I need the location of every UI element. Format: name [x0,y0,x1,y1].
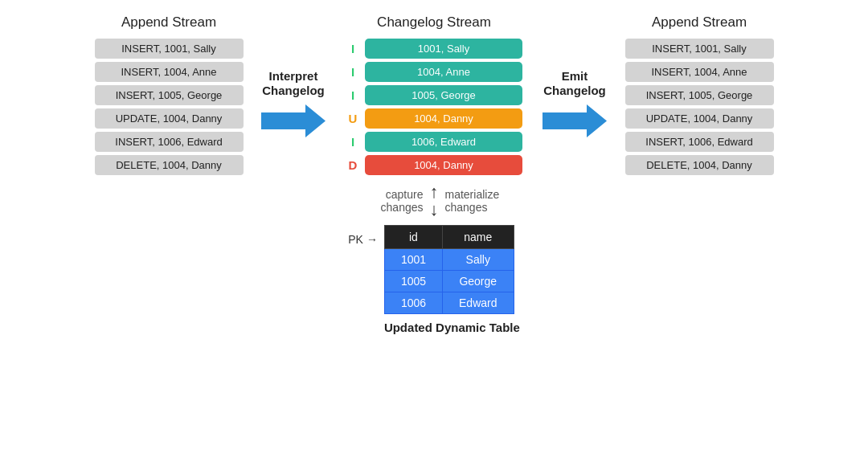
table-body: 1001Sally1005George1006Edward [384,249,514,314]
table-header-row: id name [384,226,514,249]
vertical-arrows-icon: ↑ ↓ [430,183,439,219]
left-stream-item: DELETE, 1004, Danny [95,155,244,175]
changelog-letter: I [346,88,360,102]
changelog-letter: D [346,158,360,172]
left-arrow-icon [261,103,326,139]
left-stream-item: INSERT, 1004, Anne [95,62,244,82]
right-stream-item: INSERT, 1004, Anne [625,62,774,82]
changelog-letter: I [346,135,360,149]
cell-name: George [443,271,514,292]
col-id: id [384,226,442,249]
left-arrow-section: InterpretChangelog [249,51,338,139]
changelog-pill-insert: 1006, Edward [365,132,522,152]
pk-arrow-icon: → [366,233,378,246]
cell-id: 1001 [384,249,442,271]
changelog-stream-title: Changelog Stream [377,14,491,31]
table-row: 1005George [384,271,514,292]
right-stream-item: INSERT, 1006, Edward [625,132,774,152]
emit-changelog-label: EmitChangelog [543,69,606,98]
changelog-letter: I [346,42,360,55]
cell-name: Sally [443,249,514,271]
changelog-stream-column: Changelog Stream I1001, SallyI1004, Anne… [338,14,530,175]
right-stream-item: DELETE, 1004, Danny [625,155,774,175]
changelog-letter: I [346,65,360,79]
right-stream-title: Append Stream [652,14,747,31]
right-stream-items: INSERT, 1001, SallyINSERT, 1004, AnneINS… [625,39,774,175]
changelog-pill-insert: 1005, George [365,85,522,105]
changelog-row: I1005, George [346,85,522,105]
capture-materialize-row: capturechanges ↑ ↓ materializechanges [334,183,535,219]
left-stream-items: INSERT, 1001, SallyINSERT, 1004, AnneINS… [95,39,244,175]
right-stream-item: INSERT, 1001, Sally [625,39,774,59]
cell-id: 1005 [384,271,442,292]
bottom-section: capturechanges ↑ ↓ materializechanges PK… [334,183,535,334]
changelog-row: I1006, Edward [346,132,522,152]
left-stream-item: INSERT, 1006, Edward [95,132,244,152]
table-row: 1006Edward [384,292,514,314]
cell-id: 1006 [384,292,442,314]
changelog-row: I1001, Sally [346,39,522,59]
changelog-pill-update: 1004, Danny [365,108,522,129]
materialize-label: materializechanges [439,188,535,214]
table-section: PK → id name 1001Sally1005George1006Edwa… [348,225,520,334]
changelog-pill-insert: 1001, Sally [365,39,522,59]
dynamic-table-wrapper: id name 1001Sally1005George1006Edward Up… [384,225,520,334]
left-stream-item: UPDATE, 1004, Danny [95,108,244,129]
pk-text: PK [348,233,363,246]
cell-name: Edward [443,292,514,314]
svg-marker-1 [542,104,607,137]
right-arrow-icon [542,103,607,139]
changelog-items: I1001, SallyI1004, AnneI1005, GeorgeU100… [346,39,522,175]
table-row: 1001Sally [384,249,514,271]
right-append-stream: Append Stream INSERT, 1001, SallyINSERT,… [619,14,780,175]
left-append-stream: Append Stream INSERT, 1001, SallyINSERT,… [88,14,249,175]
table-head: id name [384,226,514,249]
dynamic-table: id name 1001Sally1005George1006Edward [384,225,514,314]
left-stream-item: INSERT, 1001, Sally [95,39,244,59]
right-stream-item: UPDATE, 1004, Danny [625,108,774,129]
right-stream-item: INSERT, 1005, George [625,85,774,105]
interpret-changelog-label: InterpretChangelog [262,69,325,98]
col-name: name [443,226,514,249]
changelog-pill-delete: 1004, Danny [365,155,522,175]
right-arrow-section: EmitChangelog [530,51,619,139]
capture-label: capturechanges [334,188,430,214]
changelog-row: D1004, Danny [346,155,522,175]
left-stream-title: Append Stream [121,14,216,31]
left-stream-item: INSERT, 1005, George [95,85,244,105]
table-caption: Updated Dynamic Table [384,321,520,334]
changelog-row: U1004, Danny [346,108,522,129]
top-section: Append Stream INSERT, 1001, SallyINSERT,… [0,0,868,175]
svg-marker-0 [261,104,326,137]
changelog-row: I1004, Anne [346,62,522,82]
diagram-container: Append Stream INSERT, 1001, SallyINSERT,… [0,0,868,466]
changelog-letter: U [346,112,360,125]
pk-label: PK → [348,233,378,246]
changelog-pill-insert: 1004, Anne [365,62,522,82]
